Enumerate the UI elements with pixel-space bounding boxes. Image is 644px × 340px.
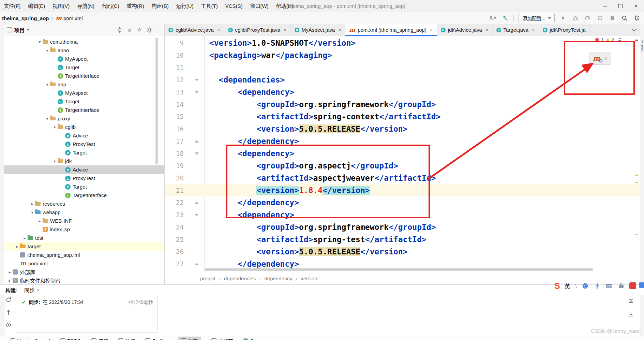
maven-refresh-button[interactable]: m (593, 56, 600, 62)
tree-item-target[interactable]: cTarget (4, 63, 164, 72)
panel-settings-button[interactable] (146, 26, 153, 34)
editor-line-15[interactable]: 15 <artifactId>spring-context</artifactI… (165, 110, 640, 123)
chevron-right-icon[interactable]: ▸ (22, 236, 28, 240)
tree-item-itheima-spring-aop-iml[interactable]: itheima_spring_aop.iml (4, 251, 164, 259)
tree-item-myaspect[interactable]: cMyAspect (4, 55, 164, 63)
chevron-down-icon[interactable]: ▾ (52, 125, 58, 130)
scroll-to-end-button[interactable] (627, 310, 635, 318)
editor-line-19[interactable]: 19 <groupId>org.aspectj</groupId> (165, 160, 640, 172)
menu-v[interactable]: 视图(V) (49, 0, 73, 12)
tree-item-myaspect[interactable]: cMyAspect (4, 89, 164, 97)
tree-item-proxy[interactable]: ▾proxy (4, 114, 164, 123)
emoji-button[interactable] (582, 282, 589, 290)
sogou-tool-icon[interactable] (629, 282, 636, 289)
tree-item-webapp[interactable]: ▾webapp (4, 208, 164, 217)
editor-line-17[interactable]: 17 </dependency> (165, 135, 640, 147)
editor-line-10[interactable]: 10 <packaging>war</packaging> (165, 49, 640, 61)
run-configuration-select[interactable]: 添加配置... (519, 13, 555, 23)
rerun-button[interactable] (596, 14, 604, 22)
tree-item-anno[interactable]: ▾anno (4, 46, 164, 55)
tab-sync[interactable]: 同步 × (24, 286, 40, 294)
editor-line-21[interactable]: 21 <version>1.8.4</version> (165, 184, 640, 196)
tree-item-advice[interactable]: cAdvice (4, 165, 164, 174)
fold-open-icon[interactable] (195, 86, 199, 98)
menu-vcs-s[interactable]: VCS(S) (222, 0, 246, 12)
editor-line-22[interactable]: 22 </dependency> (165, 196, 640, 209)
warning-stripe-mark[interactable] (635, 182, 638, 183)
menu-c[interactable]: 代码(C) (98, 0, 123, 12)
tab-target-java[interactable]: cTarget.java× (493, 24, 539, 36)
tree-item-index-jsp[interactable]: Jindex.jsp (4, 225, 164, 234)
chevron-right-icon[interactable]: ▸ (7, 270, 13, 275)
horizontal-scrollbar[interactable] (205, 268, 593, 271)
virtual-keyboard-button[interactable] (605, 282, 613, 290)
tab-cglib-proxytest-java[interactable]: ccglib\ProxyTest.java× (224, 24, 291, 36)
fold-open-icon[interactable] (195, 147, 199, 160)
close-icon[interactable]: × (485, 27, 489, 33)
ime-puzzle-icon[interactable] (639, 282, 644, 288)
filter-button[interactable] (5, 321, 12, 329)
tree-item-targetinterface[interactable]: ITargetInterface (4, 106, 164, 114)
toolwindow-button-item[interactable]: 问题 (91, 338, 108, 340)
ime-toolbox-button[interactable] (617, 282, 625, 290)
toolwindow-button-item[interactable]: 依赖项 (211, 338, 233, 340)
select-opened-file-button[interactable] (116, 26, 123, 34)
close-icon[interactable]: × (532, 27, 535, 33)
tree-item-aop[interactable]: ▾aop (4, 80, 164, 89)
project-stripe-icon[interactable] (1, 29, 4, 32)
hidden-tabs-button[interactable] (631, 24, 640, 36)
editor-line-14[interactable]: 14 <groupId>org.springframework</groupId… (165, 98, 640, 110)
close-icon[interactable]: × (604, 55, 608, 62)
menu-w[interactable]: 窗口(W) (246, 0, 272, 12)
tree-item-proxytest[interactable]: cProxyTest (4, 140, 164, 148)
tree-item-com-itheima[interactable]: ▾com.itheima (4, 38, 164, 46)
close-icon[interactable]: × (338, 27, 341, 33)
chevron-down-icon[interactable]: ▾ (29, 210, 35, 215)
toolwindow-button-profiler[interactable]: Profiler (145, 338, 167, 340)
pin-button[interactable] (5, 309, 12, 316)
editor-line-24[interactable]: 24 <groupId>org.springframework</groupId… (165, 221, 640, 233)
tab-cglib-advice-java[interactable]: ccglib\Advice.java× (165, 24, 224, 36)
menu-b[interactable]: 构建(B) (148, 0, 173, 12)
fold-open-icon[interactable] (195, 209, 199, 221)
toolwindow-button-version-control[interactable]: Version Control (10, 338, 50, 340)
chevron-down-icon[interactable]: ▾ (37, 40, 43, 44)
ime-language-indicator[interactable]: 英 (565, 282, 570, 290)
menu-n[interactable]: 导航(N) (73, 0, 98, 12)
sync-status-row[interactable]: 同步: 在 2022/8/20 17:34 4秒749毫秒 (17, 296, 157, 308)
minimize-button[interactable] (597, 0, 613, 12)
fold-close-icon[interactable] (195, 258, 199, 270)
stop-button[interactable] (609, 14, 616, 22)
editor-line-13[interactable]: 13 <dependency> (165, 86, 640, 98)
tree-item-target[interactable]: cTarget (4, 148, 164, 157)
breadcrumb-file[interactable]: pom.xml (63, 15, 83, 21)
editor-line-25[interactable]: 25 <artifactId>spring-test</artifactId> (165, 233, 640, 246)
close-icon[interactable]: × (217, 27, 220, 33)
user-button[interactable] (489, 14, 496, 22)
tree-item-targetinterface[interactable]: ITargetInterface (4, 72, 164, 80)
chevron-right-icon[interactable]: ▸ (7, 278, 13, 283)
tab-jdk-proxytest-ja[interactable]: cjdk\ProxyTest.ja (539, 24, 590, 36)
toolwindow-button-spring[interactable]: Spring (243, 338, 264, 340)
menu-t[interactable]: 工具(T) (197, 0, 221, 12)
tree-item-item[interactable]: ▸>临时文件和控制台 (4, 276, 164, 284)
search-everywhere-button[interactable] (621, 14, 628, 22)
editor-line-12[interactable]: 12 <dependencies> (165, 74, 640, 86)
close-icon[interactable]: × (37, 287, 40, 293)
chevron-right-icon[interactable]: ▸ (37, 219, 43, 223)
fold-close-icon[interactable] (195, 196, 199, 209)
breadcrumb-dependencies[interactable]: dependencies (224, 276, 256, 281)
tree-item-web-inf[interactable]: ▸WEB-INF (4, 217, 164, 225)
close-icon[interactable]: × (284, 27, 287, 33)
maven-toolwindow-tab[interactable]: Maven (640, 40, 644, 53)
menu-u[interactable]: 运行(U) (173, 0, 197, 12)
breadcrumb-dependency[interactable]: dependency (264, 276, 292, 281)
chevron-down-icon[interactable]: ▾ (44, 48, 50, 53)
close-button[interactable]: × (628, 0, 644, 12)
editor-line-20[interactable]: 20 <artifactId>aspectjweaver</artifactId… (165, 172, 640, 184)
inspection-navigation[interactable] (618, 38, 621, 42)
chevron-down-icon[interactable]: ▾ (44, 116, 50, 121)
editor-line-9[interactable]: 9 <version>1.0-SNAPSHOT</version> (165, 37, 640, 49)
toolwindow-button-todo[interactable]: TODO (60, 338, 81, 340)
error-stripe-mark[interactable] (635, 40, 638, 41)
